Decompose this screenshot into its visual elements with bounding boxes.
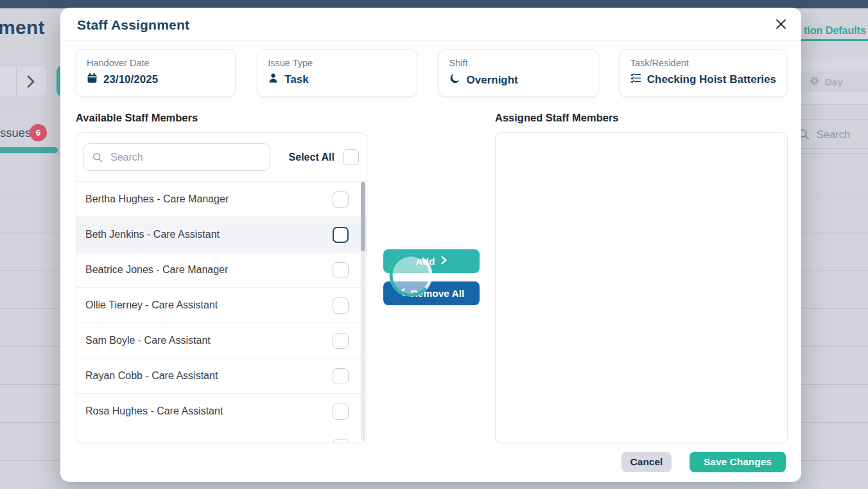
checklist-icon [630,73,641,87]
screen: ment ssues 6 tion Defaults [0,0,868,489]
staff-name-label: Rayan Cobb - Care Assistant [85,370,218,382]
card-label: Issue Type [268,58,406,68]
staff-name-label: Beth Jenkins - Care Assistant [85,229,220,240]
task-resident-value: Checking Hoist Batteries [647,73,776,86]
card-label: Task/Resident [630,58,776,68]
divider [16,66,17,96]
staff-search-input[interactable] [83,143,270,171]
remove-all-button[interactable]: Remove All [383,281,480,305]
add-button-label: Add [415,256,435,267]
staff-checkbox[interactable] [333,439,349,443]
staff-checkbox[interactable] [333,262,349,278]
staff-assignment-dialog: Staff Assignment Handover Date 23/10/202… [60,8,801,482]
issue-type-value: Task [284,73,309,86]
list-item[interactable]: Ollie Tierney - Care Assistant [76,287,367,323]
tab-escalation-defaults[interactable]: tion Defaults [804,25,866,37]
card-label: Shift [449,58,587,68]
scrollbar-thumb[interactable] [361,182,365,251]
cancel-button[interactable]: Cancel [621,452,672,472]
staff-name-label: Rosa Hughes - Care Assistant [85,405,223,417]
day-view-button[interactable]: Day [796,71,868,92]
gear-icon [809,75,820,88]
list-item[interactable]: Rosa Hughes - Care Assistant [76,393,367,429]
staff-checkbox[interactable] [333,368,349,384]
divider [0,107,60,107]
staff-name-label: Beatrice Jones - Care Manager [85,264,228,276]
moon-icon [449,73,461,87]
available-staff-heading: Available Staff Members [76,112,198,124]
list-item-clipped[interactable] [76,429,367,443]
staff-checkbox[interactable] [333,227,349,243]
staff-checkbox[interactable] [333,191,349,208]
shift-value: Overnight [467,74,518,87]
context-cards: Handover Date 23/10/2025 Issue Type Task [76,49,787,97]
staff-name-label: Ollie Tierney - Care Assistant [85,299,218,311]
add-button[interactable]: Add [383,249,480,273]
staff-checkbox[interactable] [333,404,349,420]
dialog-title: Staff Assignment [77,17,189,33]
handover-date-value: 23/10/2025 [103,73,158,86]
select-all-label: Select All [289,152,334,163]
staff-checkbox[interactable] [333,333,349,349]
calendar-icon [87,73,98,87]
list-item[interactable]: Sam Boyle - Care Assistant [76,323,367,358]
tab-issues[interactable]: ssues [0,126,31,140]
close-button[interactable] [772,16,790,34]
remove-all-button-label: Remove All [411,288,465,299]
chevron-left-icon [399,288,406,299]
task-resident-card: Task/Resident Checking Hoist Batteries [620,49,787,97]
list-item[interactable]: Bertha Hughes - Care Manager [76,181,367,217]
person-icon [268,73,279,87]
assigned-staff-heading: Assigned Staff Members [495,112,619,124]
list-item[interactable]: Rayan Cobb - Care Assistant [76,358,367,393]
dialog-header: Staff Assignment [60,8,801,41]
staff-name-label: Sam Boyle - Care Assistant [85,335,211,346]
date-nav-control[interactable] [0,66,48,96]
list-item[interactable]: Beth Jenkins - Care Assistant [76,217,367,252]
available-staff-panel: Select All Bertha Hughes - Care Manager … [76,132,367,443]
day-view-label: Day [825,76,843,87]
list-scrollbar[interactable] [361,182,365,441]
chevron-right-icon [440,256,447,267]
shift-card: Shift Overnight [438,49,598,97]
background-search-placeholder: Search [817,129,850,141]
select-all-checkbox[interactable] [343,149,359,165]
chevron-right-icon[interactable] [25,73,37,93]
list-item[interactable]: Beatrice Jones - Care Manager [76,252,367,287]
page-title: ment [0,17,45,39]
staff-name-label: Bertha Hughes - Care Manager [85,193,229,205]
close-icon [776,19,786,31]
issues-count-badge: 6 [30,124,47,141]
handover-date-card: Handover Date 23/10/2025 [76,49,236,97]
active-tab-indicator [0,147,58,153]
available-staff-list: Bertha Hughes - Care Manager Beth Jenkin… [76,181,367,443]
staff-checkbox[interactable] [333,298,349,314]
save-changes-button[interactable]: Save Changes [690,452,786,472]
card-label: Handover Date [87,58,225,68]
issue-type-card: Issue Type Task [257,49,417,97]
assigned-staff-panel [495,132,788,443]
